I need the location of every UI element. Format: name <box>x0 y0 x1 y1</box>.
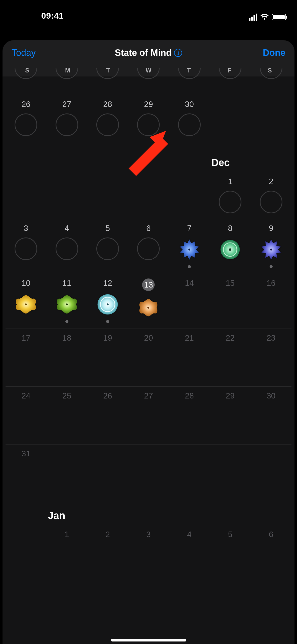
calendar-day[interactable] <box>251 78 291 93</box>
calendar-day[interactable] <box>169 78 210 93</box>
calendar-day[interactable]: 2 <box>251 177 291 213</box>
day-number: 1 <box>228 177 232 186</box>
calendar-day[interactable]: 28 <box>169 391 210 439</box>
calendar-day-empty <box>210 100 250 136</box>
done-button[interactable]: Done <box>263 48 285 58</box>
day-number: 18 <box>62 333 71 343</box>
cellular-icon <box>249 14 257 21</box>
calendar-day[interactable]: 26 <box>87 391 128 439</box>
calendar-day[interactable]: 26 <box>6 100 46 136</box>
calendar-day[interactable]: 2 <box>87 530 128 545</box>
day-number: 15 <box>226 278 235 288</box>
calendar-day[interactable]: 20 <box>128 333 169 381</box>
home-indicator[interactable] <box>111 639 186 641</box>
day-number: 3 <box>24 224 28 233</box>
calendar-day[interactable]: 6 <box>251 530 291 545</box>
calendar-day[interactable]: 15 <box>210 278 250 323</box>
calendar-day[interactable]: 11 <box>46 278 87 323</box>
empty-state-ring <box>96 237 119 260</box>
calendar-scroll[interactable]: 26 27 28 29 30 Dec 1 2 <box>3 78 294 644</box>
sheet-title-text: State of Mind <box>115 48 172 58</box>
mood-neutral-icon <box>96 292 120 316</box>
sheet-nav: Today State of Mind i Done <box>3 40 294 65</box>
day-number: 29 <box>144 100 153 109</box>
calendar-day[interactable] <box>6 78 46 93</box>
calendar-day[interactable]: 4 <box>169 530 210 545</box>
calendar-day[interactable]: 28 <box>87 100 128 136</box>
svg-point-6 <box>66 303 68 305</box>
calendar-day[interactable]: 29 <box>210 391 250 439</box>
multiple-entries-dot <box>65 320 68 323</box>
calendar-day[interactable]: 6 <box>128 224 169 268</box>
status-bar: 09:41 <box>0 0 297 23</box>
calendar-day[interactable]: 12 <box>87 278 128 323</box>
calendar-day[interactable]: 27 <box>128 391 169 439</box>
calendar-row: 17 18 19 20 21 22 23 <box>6 329 291 387</box>
calendar-day[interactable]: 10 <box>6 278 46 323</box>
day-number: 29 <box>226 391 235 400</box>
calendar-day[interactable]: 5 <box>87 224 128 268</box>
calendar-day[interactable]: 30 <box>251 391 291 439</box>
calendar-day[interactable] <box>46 78 87 93</box>
calendar-day[interactable]: 19 <box>87 333 128 381</box>
calendar-day[interactable]: 14 <box>169 278 210 323</box>
calendar-day-empty <box>128 449 169 497</box>
calendar-day[interactable]: 16 <box>251 278 291 323</box>
calendar-day[interactable]: 18 <box>46 333 87 381</box>
calendar-day[interactable]: 9 <box>251 224 291 268</box>
calendar-day[interactable]: 1 <box>210 177 250 213</box>
mood-very-unpleasant-icon <box>259 237 283 262</box>
calendar-day[interactable] <box>87 78 128 93</box>
svg-point-4 <box>270 249 272 251</box>
empty-state-ring <box>137 237 160 260</box>
empty-state-ring <box>96 113 119 136</box>
day-number: 1 <box>65 530 69 539</box>
calendar-day[interactable] <box>210 78 250 93</box>
calendar-day[interactable]: 27 <box>46 100 87 136</box>
calendar-day[interactable]: 1 <box>46 530 87 545</box>
calendar-day[interactable]: 23 <box>251 333 291 381</box>
calendar-day[interactable]: 30 <box>169 100 210 136</box>
calendar-day[interactable]: 31 <box>6 449 46 497</box>
day-number: 28 <box>185 391 194 400</box>
info-icon[interactable]: i <box>174 49 182 57</box>
calendar-day[interactable]: 13 <box>128 278 169 323</box>
day-number: 31 <box>21 449 30 458</box>
calendar-day[interactable]: 3 <box>6 224 46 268</box>
day-number: 28 <box>103 100 112 109</box>
calendar-day[interactable]: 29 <box>128 100 169 136</box>
battery-icon <box>272 14 286 20</box>
day-number: 26 <box>103 391 112 400</box>
calendar-day-empty <box>6 177 46 213</box>
calendar-row: 10 11 12 <box>6 274 291 329</box>
calendar-day-empty <box>46 449 87 497</box>
day-number: 26 <box>21 100 30 109</box>
sheet-title: State of Mind i <box>115 48 182 58</box>
empty-state-ring <box>260 68 282 79</box>
calendar-day[interactable] <box>128 78 169 93</box>
day-number: 3 <box>146 530 151 539</box>
day-number: 4 <box>65 224 69 233</box>
calendar-day[interactable]: 5 <box>210 530 250 545</box>
calendar-day[interactable]: 3 <box>128 530 169 545</box>
calendar-day[interactable]: 21 <box>169 333 210 381</box>
day-number-today: 13 <box>142 278 155 291</box>
mood-slightly-pleasant-icon <box>136 296 160 320</box>
empty-state-ring <box>15 113 37 136</box>
calendar-day[interactable]: 4 <box>46 224 87 268</box>
calendar-row: 3 4 5 6 7 8 9 <box>6 219 291 274</box>
day-number: 17 <box>21 333 30 343</box>
multiple-entries-dot <box>188 265 191 268</box>
state-of-mind-sheet: Today State of Mind i Done S M T W T F S <box>3 40 294 644</box>
calendar-day[interactable]: 8 <box>210 224 250 268</box>
calendar-row: 31 <box>6 445 291 502</box>
day-number: 30 <box>185 100 194 109</box>
today-button[interactable]: Today <box>12 48 36 58</box>
calendar-day-empty <box>87 177 128 213</box>
calendar-day[interactable]: 17 <box>6 333 46 381</box>
calendar-day-empty <box>6 530 46 545</box>
calendar-day[interactable]: 24 <box>6 391 46 439</box>
calendar-day[interactable]: 22 <box>210 333 250 381</box>
calendar-day[interactable]: 7 <box>169 224 210 268</box>
calendar-day[interactable]: 25 <box>46 391 87 439</box>
